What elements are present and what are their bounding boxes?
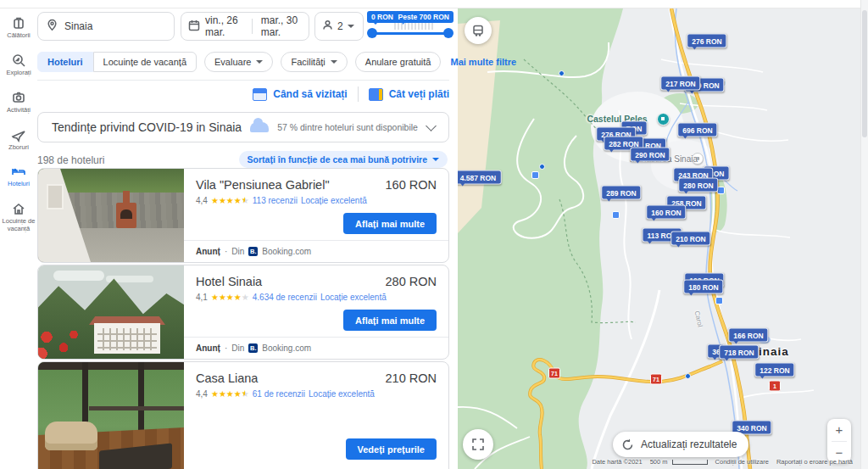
destination-value: Sinaia	[64, 20, 92, 32]
covid-trends-panel[interactable]: Tendințe privind COVID-19 in Sinaia 57 %…	[37, 112, 449, 142]
ad-separator: ·	[225, 247, 227, 256]
map-attribution: Date hartă ©2021 500 m Condiții de utili…	[592, 458, 853, 466]
price-pin[interactable]: 210 RON	[670, 232, 710, 246]
wallet-icon	[369, 88, 383, 101]
filter-rating[interactable]: Evaluare	[204, 52, 273, 72]
bag-icon	[11, 15, 26, 31]
ad-brand: Booking.com	[262, 247, 311, 256]
chevron-expand-icon[interactable]	[426, 120, 437, 131]
zoom-in-button[interactable]: +	[827, 419, 851, 441]
learn-more-button[interactable]: Aflați mai multe	[343, 213, 437, 234]
results-header: 198 de hoteluri Sortați în funcție de ce…	[37, 151, 449, 168]
when-to-visit-label: Când să vizitați	[273, 88, 347, 100]
hotel-card-body: Vila "Pensiunea Gabriel" 160 RON 4,4 ★★★…	[184, 169, 448, 262]
tab-hotels[interactable]: Hoteluri	[37, 52, 93, 72]
price-pin[interactable]: 289 RON	[601, 186, 641, 200]
report-error-link[interactable]: Raportați o eroare pe hartă	[776, 458, 853, 466]
review-count[interactable]: 113 recenzii	[253, 196, 298, 205]
slider-track[interactable]	[370, 32, 450, 35]
person-icon	[322, 20, 333, 33]
ad-footer: Anunț · Din B. Booking.com	[184, 240, 448, 262]
price-pin[interactable]: 718 RON	[719, 345, 759, 360]
sidebar-item-explore[interactable]: Explorați	[0, 53, 37, 77]
price-pin[interactable]: 696 RON	[677, 123, 717, 137]
price-pin[interactable]: 4.587 RON	[458, 170, 501, 185]
price-pin-layer: 276 RON229 RON217 RON696 RONRON276 RON2 …	[458, 8, 861, 469]
update-results-label: Actualizați rezultatele	[641, 438, 737, 450]
rating-value: 4,1	[196, 293, 208, 302]
sidebar-item-activities[interactable]: Activități	[0, 90, 37, 114]
hotel-photo[interactable]	[38, 265, 184, 359]
fullscreen-button[interactable]	[463, 429, 493, 460]
sidebar-item-trips[interactable]: Călătorii	[0, 15, 37, 40]
sidebar-item-label: Hoteluri	[0, 181, 37, 188]
sidebar-item-label: Activități	[0, 107, 37, 114]
what-youll-pay-label: Cât veți plăti	[389, 88, 449, 100]
hotel-photo[interactable]	[38, 169, 184, 262]
sidebar-item-flights[interactable]: Zboruri	[0, 127, 37, 152]
scrollbar-thumb[interactable]	[862, 10, 867, 137]
booking-logo: B.	[248, 247, 258, 256]
covid-subtitle: 57 % dintre hoteluri sunt disponibile	[277, 122, 419, 132]
price-pin[interactable]: 280 RON	[678, 178, 718, 193]
price-max-badge[interactable]: Peste 700 RON	[394, 11, 453, 23]
camera-icon	[11, 90, 26, 105]
hotel-card[interactable]: Vila "Pensiunea Gabriel" 160 RON 4,4 ★★★…	[37, 168, 449, 263]
map-pane[interactable]: Castelul PeleșMănăstirea SinaiaUCarolSin…	[458, 8, 861, 469]
checkout-date[interactable]: mar., 30 mar.	[261, 14, 302, 38]
date-divider	[252, 19, 253, 34]
review-count[interactable]: 61 de recenzii	[253, 389, 305, 399]
more-filters-link[interactable]: Mai multe filtre	[450, 57, 516, 67]
ad-separator: ·	[225, 343, 227, 353]
price-pin[interactable]: 166 RON	[728, 328, 768, 343]
hotel-rating-row: 4,1 ★★★★★ 4.634 de recenzii Locație exce…	[196, 293, 437, 302]
destination-input[interactable]: Sinaia	[37, 12, 175, 41]
filter-free-cancellation[interactable]: Anulare gratuită	[355, 52, 442, 72]
covid-title: Tendințe privind COVID-19 in Sinaia	[52, 120, 242, 134]
sidebar-item-label: Zboruri	[0, 144, 37, 152]
filter-amenities[interactable]: Facilități	[281, 52, 347, 72]
location-badge: Locație excelentă	[309, 389, 375, 399]
terms-link[interactable]: Condiții de utilizare	[715, 458, 769, 466]
page-scrollbar[interactable]	[860, 0, 868, 469]
when-to-visit-link[interactable]: Când să vizitați	[253, 88, 347, 101]
hotel-card-body: Hotel Sinaia 280 RON 4,1 ★★★★★ 4.634 de …	[184, 265, 448, 359]
sidebar-item-label: Călătorii	[0, 32, 37, 40]
price-pin[interactable]: 276 RON	[687, 34, 726, 48]
date-range-picker[interactable]: vin., 26 mar. mar., 30 mar.	[181, 12, 309, 41]
sidebar-item-vacation-rentals[interactable]: Locuințe de vacanță	[0, 201, 37, 232]
view-prices-button[interactable]: Vedeți prețurile	[346, 438, 437, 460]
review-count[interactable]: 4.634 de recenzii	[253, 293, 317, 302]
slider-handle-max[interactable]	[443, 28, 453, 38]
calendar-color-icon	[253, 88, 267, 101]
sort-dropdown[interactable]: Sortați în funcție de cea mai bună potri…	[239, 151, 448, 168]
price-pin[interactable]: 122 RON	[754, 363, 794, 377]
filter-amenities-label: Facilități	[291, 57, 325, 67]
checkin-date[interactable]: vin., 26 mar.	[205, 14, 243, 38]
map-copyright: Date hartă ©2021	[592, 458, 642, 466]
price-pin[interactable]: 180 RON	[683, 280, 723, 294]
hotel-card[interactable]: Casa Liana 210 RON 4,4 ★★★★★★ 61 de rece…	[37, 361, 449, 469]
location-badge: Locație excelentă	[320, 293, 387, 302]
chevron-down-icon	[348, 25, 354, 31]
sidebar-item-hotels[interactable]: Hoteluri	[0, 164, 37, 188]
price-pin[interactable]: 290 RON	[630, 148, 670, 162]
update-results-button[interactable]: Actualizați rezultatele	[613, 432, 748, 457]
star-rating: ★★★★★★	[211, 389, 249, 399]
chevron-down-icon	[331, 60, 337, 67]
learn-more-button[interactable]: Aflați mai multe	[343, 310, 437, 331]
guest-selector[interactable]: 2	[314, 12, 364, 41]
sort-label: Sortați în funcție de cea mai bună potri…	[248, 154, 427, 165]
price-pin[interactable]: 217 RON	[660, 76, 700, 91]
map-scale-bar	[672, 460, 708, 465]
hotel-card[interactable]: Hotel Sinaia 280 RON 4,1 ★★★★★ 4.634 de …	[37, 265, 449, 360]
transit-toggle-button[interactable]	[465, 17, 492, 44]
slider-handle-min[interactable]	[367, 28, 377, 38]
star-rating: ★★★★★	[211, 293, 249, 302]
what-youll-pay-link[interactable]: Cât veți plăti	[369, 88, 449, 101]
chevron-down-icon	[256, 60, 263, 67]
tab-vacation-rentals[interactable]: Locuințe de vacanță	[93, 52, 197, 72]
price-pin[interactable]: 160 RON	[646, 205, 686, 220]
price-min-badge[interactable]: 0 RON	[367, 11, 398, 23]
hotel-photo[interactable]	[38, 362, 184, 469]
